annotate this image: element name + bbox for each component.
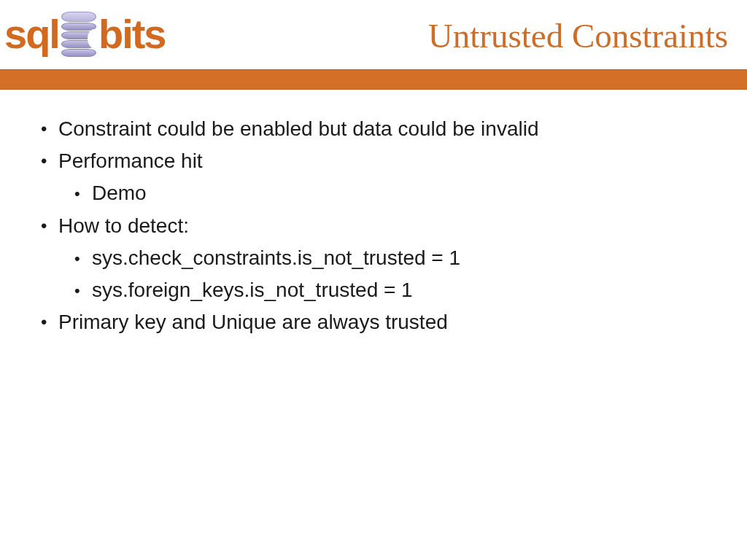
logo-text-sql: sql: [4, 14, 59, 55]
divider-bar: [0, 69, 747, 90]
list-item: Constraint could be enabled but data cou…: [42, 113, 718, 145]
slide-title: Untrusted Constraints: [428, 16, 728, 55]
database-cylinder-icon: [61, 12, 96, 57]
list-item: sys.foreign_keys.is_not_trusted = 1: [74, 274, 718, 306]
list-item: sys.check_constraints.is_not_trusted = 1: [74, 242, 718, 274]
list-item: Performance hit Demo: [42, 145, 718, 209]
list-item: How to detect: sys.check_constraints.is_…: [42, 210, 718, 307]
slide-body: Constraint could be enabled but data cou…: [0, 90, 747, 339]
sqlbits-logo: sql bits: [4, 9, 165, 60]
bullet-list: Constraint could be enabled but data cou…: [42, 113, 718, 339]
list-item: Primary key and Unique are always truste…: [42, 306, 718, 338]
list-item: Demo: [74, 177, 718, 209]
logo-text-bits: bits: [98, 14, 166, 55]
slide-header: sql bits Untrusted Constraints: [0, 0, 747, 69]
